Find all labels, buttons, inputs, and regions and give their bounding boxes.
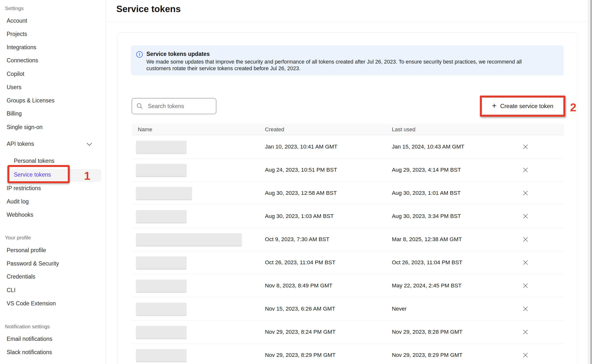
created-cell: Aug 24, 2023, 10:51 PM BST (265, 167, 337, 173)
delete-token-button[interactable] (522, 190, 529, 197)
delete-token-button[interactable] (522, 236, 529, 243)
last-used-cell: Nov 29, 2023, 8:29 PM GMT (392, 352, 462, 358)
sidebar-section-settings: Settings (5, 4, 24, 13)
token-name-skeleton (136, 164, 187, 176)
table-row: Nov 15, 2023, 6:26 AM GMT Never (132, 297, 564, 320)
sidebar-item-slack-notifications[interactable]: Slack notifications (7, 348, 52, 356)
table-row: Oct 26, 2023, 11:04 PM BST Oct 26, 2023,… (132, 251, 564, 274)
service-tokens-table: Name Created Last used Jan 10, 2023, 10:… (132, 124, 564, 364)
search-tokens-box (132, 98, 216, 114)
sidebar-item-service-tokens[interactable]: Service tokens (14, 170, 51, 179)
sidebar-item-password-security[interactable]: Password & Security (7, 259, 59, 268)
page-scrollbar[interactable] (588, 0, 592, 364)
delete-token-button[interactable] (522, 143, 529, 150)
main-content: Service tokens i Service tokens updates … (106, 0, 592, 364)
close-icon (523, 167, 528, 173)
last-used-cell: Oct 26, 2023, 11:04 PM BST (392, 259, 462, 266)
token-name-skeleton (136, 187, 192, 199)
close-icon (523, 144, 528, 149)
sidebar-item-audit-log[interactable]: Audit log (7, 197, 29, 206)
delete-token-button[interactable] (522, 305, 529, 312)
sidebar-item-groups-licenses[interactable]: Groups & Licenses (7, 96, 54, 105)
table-row: Oct 9, 2023, 7:30 AM BST Mar 8, 2025, 12… (132, 228, 564, 251)
close-icon (523, 329, 528, 335)
banner-title: Service tokens updates (146, 51, 210, 57)
sidebar-item-credentials[interactable]: Credentials (7, 272, 35, 281)
annotation-number-2: 2 (570, 101, 576, 114)
last-used-cell: Nov 29, 2023, 8:28 PM GMT (392, 329, 462, 335)
sidebar-item-connections[interactable]: Connections (7, 56, 38, 65)
token-name-skeleton (136, 233, 242, 246)
sidebar-item-ip-restrictions[interactable]: IP restrictions (7, 184, 41, 192)
header-divider (106, 22, 588, 22)
table-row: Aug 24, 2023, 10:51 PM BST Aug 29, 2023,… (132, 158, 564, 182)
token-name-skeleton (136, 326, 187, 338)
table-row: Aug 30, 2023, 1:03 AM BST Aug 30, 2023, … (132, 205, 564, 228)
sidebar-item-api-tokens[interactable]: API tokens (7, 140, 34, 148)
table-row: Nov 29, 2023, 8:29 PM GMT Nov 29, 2023, … (132, 344, 564, 364)
scrollbar-thumb[interactable] (590, 0, 592, 364)
table-row: Aug 30, 2023, 12:58 AM BST Aug 30, 2023,… (132, 182, 564, 205)
delete-token-button[interactable] (522, 352, 529, 359)
create-service-token-button[interactable]: + Create service token (482, 98, 563, 115)
created-cell: Aug 30, 2023, 12:58 AM BST (265, 190, 337, 196)
sidebar-item-copilot[interactable]: Copilot (7, 70, 24, 78)
banner-body-line2: customers rotate their service tokens cr… (146, 66, 300, 72)
created-cell: Oct 9, 2023, 7:30 AM BST (265, 236, 329, 243)
sidebar-item-webhooks[interactable]: Webhooks (7, 211, 33, 219)
sidebar-item-single-sign-on[interactable]: Single sign-on (7, 123, 43, 131)
delete-token-button[interactable] (522, 329, 529, 335)
service-tokens-card: i Service tokens updates We made some up… (117, 33, 577, 364)
created-cell: Nov 15, 2023, 6:26 AM GMT (265, 306, 335, 312)
create-service-token-label: Create service token (500, 103, 554, 110)
sidebar-item-personal-tokens[interactable]: Personal tokens (14, 157, 54, 165)
token-name-skeleton (136, 210, 187, 222)
last-used-cell: Aug 30, 2023, 1:01 AM BST (392, 190, 461, 196)
last-used-cell: Never (392, 306, 407, 312)
close-icon (523, 260, 528, 265)
sidebar-item-vs-code-extension[interactable]: VS Code Extension (7, 299, 56, 308)
sidebar-item-integrations[interactable]: Integrations (7, 43, 36, 51)
sidebar-item-email-notifications[interactable]: Email notifications (7, 335, 52, 343)
delete-token-button[interactable] (522, 166, 529, 173)
column-header-last-used: Last used (392, 126, 415, 133)
close-icon (523, 237, 528, 242)
last-used-cell: Jan 15, 2024, 10:43 AM GMT (392, 144, 464, 150)
sidebar-item-users[interactable]: Users (7, 83, 21, 91)
last-used-cell: Aug 29, 2023, 4:14 PM BST (392, 167, 461, 173)
annotation-number-1: 1 (84, 169, 90, 182)
info-banner: i Service tokens updates We made some up… (131, 45, 564, 75)
delete-token-button[interactable] (522, 282, 529, 289)
close-icon (523, 352, 528, 358)
close-icon (523, 214, 528, 219)
chevron-down-icon[interactable] (87, 141, 92, 146)
last-used-cell: May 22, 2024, 2:45 PM BST (392, 282, 462, 289)
close-icon (523, 283, 528, 288)
token-name-skeleton (136, 141, 187, 153)
token-name-skeleton (136, 256, 187, 269)
sidebar-item-account[interactable]: Account (7, 17, 27, 25)
info-icon: i (136, 51, 143, 58)
delete-token-button[interactable] (522, 213, 529, 220)
token-name-skeleton (136, 280, 187, 292)
sidebar-item-billing[interactable]: Billing (7, 109, 22, 118)
created-cell: Jan 10, 2023, 10:41 AM GMT (265, 144, 337, 150)
plus-icon: + (492, 101, 497, 110)
search-input[interactable] (132, 98, 216, 114)
close-icon (523, 190, 528, 196)
table-header-row: Name Created Last used (132, 124, 564, 135)
sidebar-section-notification-settings: Notification settings (5, 322, 50, 331)
column-header-name: Name (138, 126, 152, 133)
sidebar-item-cli[interactable]: CLI (7, 286, 16, 294)
table-row: Nov 29, 2023, 8:24 PM GMT Nov 29, 2023, … (132, 320, 564, 344)
annotation-box-step2: + Create service token (480, 96, 565, 117)
delete-token-button[interactable] (522, 259, 529, 266)
created-cell: Nov 29, 2023, 8:29 PM GMT (265, 352, 335, 358)
last-used-cell: Mar 8, 2025, 12:38 AM GMT (392, 236, 462, 243)
close-icon (523, 306, 528, 312)
sidebar-item-personal-profile[interactable]: Personal profile (7, 246, 46, 254)
created-cell: Nov 8, 2023, 8:49 PM GMT (265, 282, 332, 289)
sidebar-item-projects[interactable]: Projects (7, 30, 27, 38)
table-row: Jan 10, 2023, 10:41 AM GMT Jan 15, 2024,… (132, 135, 564, 158)
table-row: Nov 8, 2023, 8:49 PM GMT May 22, 2024, 2… (132, 274, 564, 297)
